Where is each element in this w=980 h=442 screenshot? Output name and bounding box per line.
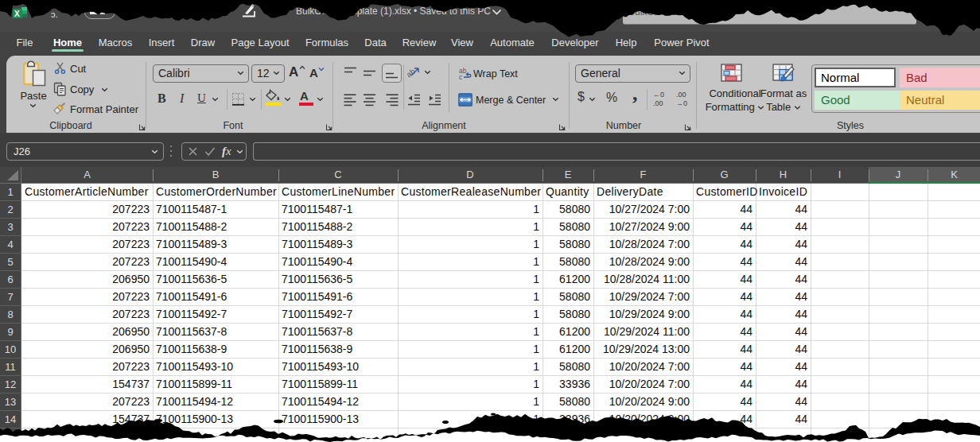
- svg-text:→0: →0: [676, 99, 687, 107]
- svg-text:.00: .00: [653, 99, 663, 107]
- svg-text:←0: ←0: [653, 91, 664, 99]
- svg-text:.00: .00: [676, 91, 686, 99]
- svg-text:X: X: [14, 10, 20, 18]
